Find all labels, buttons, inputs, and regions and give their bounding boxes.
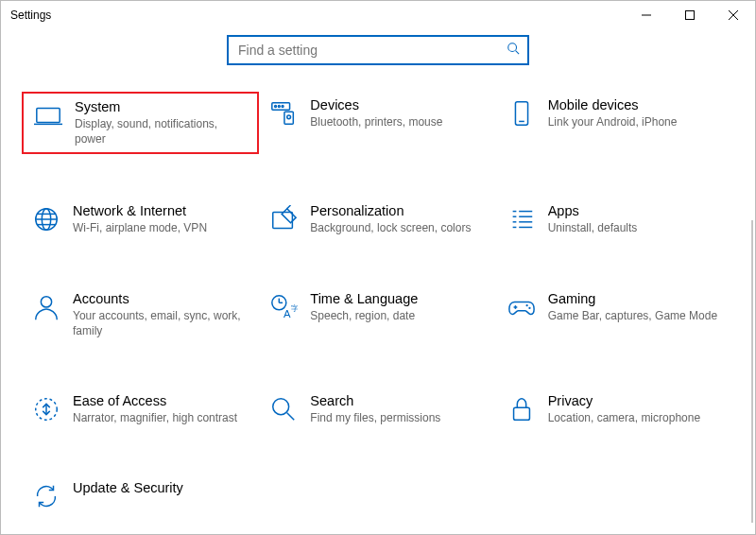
category-title: Apps [548,203,638,218]
system-icon [27,99,69,129]
titlebar: Settings [1,1,755,29]
search-box[interactable] [227,35,529,65]
search-icon [507,42,520,59]
category-title: Personalization [310,203,471,218]
category-time[interactable]: A字 Time & Language Speech, region, date [259,285,496,344]
svg-text:字: 字 [291,303,299,312]
scrollbar[interactable] [751,220,753,523]
mobile-icon [501,97,542,128]
category-search[interactable]: Search Find my files, permissions [259,388,496,431]
svg-line-44 [287,413,295,421]
time-icon: A字 [263,291,304,321]
category-desc: Uninstall, defaults [548,220,638,235]
personalization-icon [263,203,304,233]
window-controls [625,1,755,29]
category-desc: Find my files, permissions [310,410,440,425]
category-update[interactable]: Update & Security [22,475,260,516]
category-desc: Location, camera, microphone [548,410,700,425]
category-personalization[interactable]: Personalization Background, lock screen,… [259,198,496,241]
category-title: Accounts [73,291,246,306]
category-network[interactable]: Network & Internet Wi-Fi, airplane mode,… [22,198,259,241]
category-desc: Bluetooth, printers, mouse [310,114,442,129]
category-system[interactable]: System Display, sound, notifications, po… [22,92,259,154]
category-desc: Game Bar, captures, Game Mode [548,308,717,323]
svg-point-31 [41,296,51,306]
category-title: Search [310,393,440,408]
network-icon [26,203,67,233]
accounts-icon [26,291,67,321]
category-desc: Narrator, magnifier, high contrast [73,410,237,425]
privacy-icon [501,393,542,423]
svg-point-10 [287,115,291,119]
category-title: Update & Security [73,480,183,495]
categories-grid: System Display, sound, notifications, po… [1,92,755,526]
category-title: Ease of Access [73,393,237,408]
svg-point-11 [275,106,277,108]
ease-icon [26,393,67,423]
search-wrap [1,35,755,65]
close-button[interactable] [712,1,755,29]
category-desc: Display, sound, notifications, power [75,116,244,147]
category-title: System [75,99,244,114]
category-desc: Speech, region, date [310,308,418,323]
maximize-button[interactable] [668,1,712,29]
update-icon [26,480,67,510]
svg-rect-9 [284,112,293,124]
svg-rect-1 [686,11,695,20]
window-title: Settings [10,9,51,22]
category-title: Privacy [548,393,700,408]
category-title: Time & Language [310,291,418,306]
category-privacy[interactable]: Privacy Location, camera, microphone [497,388,734,431]
category-devices[interactable]: Devices Bluetooth, printers, mouse [259,92,496,154]
category-mobile[interactable]: Mobile devices Link your Android, iPhone [497,92,734,154]
apps-icon [501,203,542,233]
svg-point-43 [273,399,289,415]
category-desc: Background, lock screen, colors [310,220,471,235]
svg-point-13 [282,106,284,108]
search-input[interactable] [236,42,507,59]
svg-rect-6 [37,109,60,123]
category-accounts[interactable]: Accounts Your accounts, email, sync, wor… [22,285,259,344]
svg-point-12 [279,106,281,108]
category-title: Devices [310,97,442,112]
svg-point-40 [528,306,530,308]
svg-line-5 [516,51,520,55]
category-apps[interactable]: Apps Uninstall, defaults [497,198,734,241]
category-desc: Wi-Fi, airplane mode, VPN [73,220,207,235]
category-title: Network & Internet [73,203,207,218]
search-category-icon [263,393,304,423]
svg-point-4 [508,43,517,52]
category-ease-of-access[interactable]: Ease of Access Narrator, magnifier, high… [22,388,259,431]
svg-rect-45 [513,407,529,420]
category-gaming[interactable]: Gaming Game Bar, captures, Game Mode [497,285,734,344]
category-title: Gaming [548,291,717,306]
svg-point-39 [525,304,527,306]
category-title: Mobile devices [548,97,678,112]
devices-icon [263,97,304,128]
gaming-icon [501,291,542,321]
category-desc: Your accounts, email, sync, work, family [73,308,246,338]
minimize-button[interactable] [625,1,668,29]
svg-line-22 [287,205,291,209]
category-desc: Link your Android, iPhone [548,114,678,129]
